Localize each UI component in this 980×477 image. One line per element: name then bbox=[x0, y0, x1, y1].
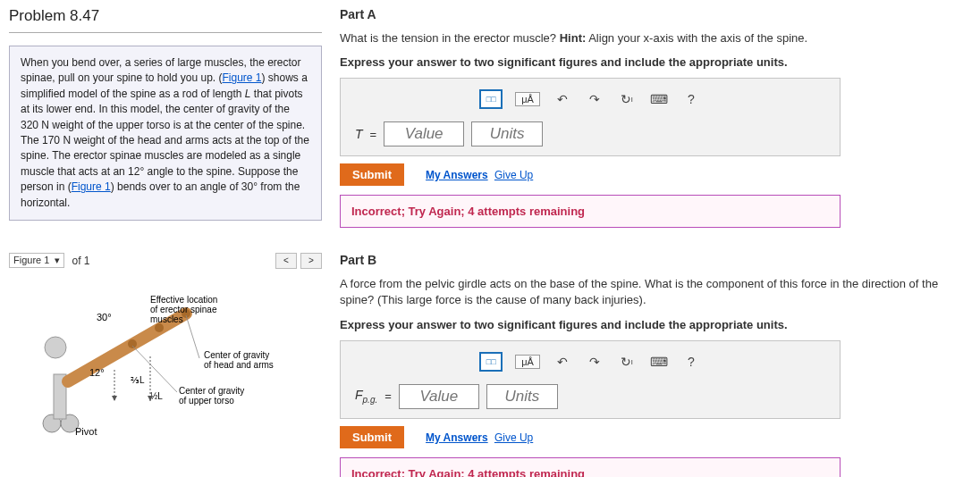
part-a-instruction: Express your answer to two significant f… bbox=[340, 55, 971, 69]
part-b-instruction: Express your answer to two significant f… bbox=[340, 318, 971, 331]
keyboard-icon[interactable]: ⌨ bbox=[649, 90, 669, 108]
variable-F: Fp.g. bbox=[355, 388, 377, 405]
variable-T: T bbox=[355, 127, 363, 141]
part-a-question: What is the tension in the erector muscl… bbox=[340, 30, 971, 46]
svg-point-7 bbox=[45, 337, 66, 358]
figure-count: of 1 bbox=[72, 255, 89, 267]
part-a-header: Part A bbox=[340, 7, 971, 21]
svg-text:Center of gravity: Center of gravity bbox=[179, 386, 244, 396]
figure-prev-button[interactable]: < bbox=[275, 253, 297, 269]
value-input[interactable] bbox=[399, 384, 479, 409]
give-up-link[interactable]: Give Up bbox=[494, 169, 533, 181]
svg-text:30°: 30° bbox=[97, 312, 112, 322]
my-answers-link[interactable]: My Answers bbox=[426, 169, 488, 181]
var-L: L bbox=[245, 88, 251, 100]
templates-icon[interactable]: □□ bbox=[479, 89, 503, 109]
part-a: Part A What is the tension in the erecto… bbox=[340, 7, 971, 228]
redo-icon[interactable]: ↷ bbox=[585, 90, 604, 108]
hint-label: Hint: bbox=[560, 31, 587, 45]
figure-diagram: 30° 12° Pivot Effective location of erec… bbox=[16, 285, 320, 446]
svg-text:of head and arms: of head and arms bbox=[204, 360, 274, 370]
toolbar: □□ μÅ ↶ ↷ ↻ı ⌨ ? bbox=[346, 84, 834, 118]
symbols-button[interactable]: μÅ bbox=[515, 92, 540, 106]
undo-icon[interactable]: ↶ bbox=[553, 353, 572, 371]
figure-bar: Figure 1 ▾ of 1 < > bbox=[9, 253, 322, 269]
svg-point-5 bbox=[155, 323, 164, 332]
svg-text:of upper torso: of upper torso bbox=[179, 396, 234, 406]
equals: = bbox=[370, 128, 377, 141]
templates-icon[interactable]: □□ bbox=[479, 352, 503, 372]
desc-text: ) bends over to an angle of 30 bbox=[111, 180, 253, 193]
reset-icon[interactable]: ↻ı bbox=[617, 90, 637, 108]
symbols-button[interactable]: μÅ bbox=[515, 355, 540, 369]
answer-row: Fp.g. = bbox=[346, 381, 834, 413]
svg-text:of erector spinae: of erector spinae bbox=[150, 305, 217, 314]
keyboard-icon[interactable]: ⌨ bbox=[649, 353, 669, 371]
figure-next-button[interactable]: > bbox=[300, 253, 322, 269]
part-b-feedback: Incorrect; Try Again; 4 attempts remaini… bbox=[340, 457, 841, 477]
value-input[interactable] bbox=[384, 121, 464, 146]
svg-line-23 bbox=[132, 346, 177, 392]
part-b: Part B A force from the pelvic girdle ac… bbox=[340, 253, 971, 477]
submit-button[interactable]: Submit bbox=[340, 163, 404, 186]
units-input[interactable] bbox=[471, 121, 543, 146]
unit-N: N bbox=[41, 119, 49, 131]
svg-text:Center of gravity: Center of gravity bbox=[204, 350, 269, 360]
svg-line-22 bbox=[186, 315, 199, 358]
svg-text:muscles: muscles bbox=[150, 314, 183, 324]
undo-icon[interactable]: ↶ bbox=[553, 90, 572, 108]
part-b-answer-box: □□ μÅ ↶ ↷ ↻ı ⌨ ? Fp.g. = bbox=[340, 340, 841, 419]
part-a-answer-box: □□ μÅ ↶ ↷ ↻ı ⌨ ? T = bbox=[340, 78, 841, 156]
reset-icon[interactable]: ↻ı bbox=[617, 353, 637, 371]
redo-icon[interactable]: ↷ bbox=[585, 353, 604, 371]
submit-row: Submit My Answers Give Up bbox=[340, 426, 971, 448]
svg-text:12°: 12° bbox=[89, 367, 105, 378]
figure-1-link[interactable]: Figure 1 bbox=[72, 180, 111, 193]
svg-text:Effective location: Effective location bbox=[150, 295, 217, 305]
svg-text:⅔L: ⅔L bbox=[131, 375, 145, 385]
svg-marker-24 bbox=[112, 396, 117, 401]
unit-N: N bbox=[63, 134, 71, 146]
my-answers-link[interactable]: My Answers bbox=[426, 431, 488, 444]
part-b-question: A force from the pelvic girdle acts on t… bbox=[340, 276, 971, 308]
problem-description: When you bend over, a series of large mu… bbox=[9, 46, 322, 221]
units-input[interactable] bbox=[486, 384, 558, 409]
part-a-feedback: Incorrect; Try Again; 4 attempts remaini… bbox=[340, 195, 841, 228]
help-icon[interactable]: ? bbox=[681, 353, 701, 371]
figure-area: 30° 12° Pivot Effective location of erec… bbox=[9, 278, 322, 448]
q-text: What is the tension in the erector muscl… bbox=[340, 31, 560, 45]
submit-button[interactable]: Submit bbox=[340, 426, 404, 448]
hint-text: Align your x-axis with the axis of the s… bbox=[586, 31, 807, 45]
svg-text:Pivot: Pivot bbox=[75, 426, 97, 437]
submit-row: Submit My Answers Give Up bbox=[340, 163, 971, 186]
toolbar: □□ μÅ ↶ ↷ ↻ı ⌨ ? bbox=[346, 347, 834, 381]
figure-1-link[interactable]: Figure 1 bbox=[222, 71, 261, 84]
svg-point-4 bbox=[128, 339, 137, 348]
give-up-link[interactable]: Give Up bbox=[494, 431, 533, 444]
part-b-header: Part B bbox=[340, 253, 971, 267]
help-icon[interactable]: ? bbox=[681, 90, 701, 108]
equals: = bbox=[384, 389, 392, 403]
answer-row: T = bbox=[346, 118, 834, 150]
figure-select[interactable]: Figure 1 ▾ bbox=[9, 253, 64, 268]
problem-title: Problem 8.47 bbox=[9, 7, 322, 33]
